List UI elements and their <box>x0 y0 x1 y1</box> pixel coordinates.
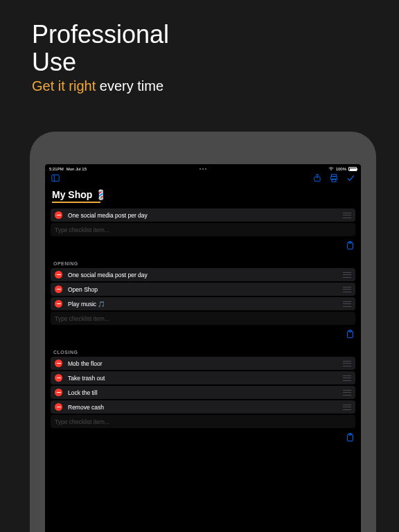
battery-icon <box>348 167 357 171</box>
promo-subtitle-accent: Get it right <box>32 78 96 94</box>
item-text: One social media post per day <box>68 212 343 219</box>
sidebar-toggle-button[interactable] <box>51 173 60 186</box>
status-time: 5:21PM <box>49 167 64 171</box>
list-title-row[interactable]: My Shop 💈 <box>45 186 361 202</box>
remove-icon[interactable] <box>55 374 62 382</box>
drag-handle-icon[interactable] <box>343 272 351 278</box>
svg-point-0 <box>330 170 331 170</box>
print-button[interactable] <box>329 173 339 186</box>
done-button[interactable] <box>346 173 355 186</box>
list-item[interactable]: Remove cash <box>51 400 355 414</box>
item-text: Remove cash <box>68 404 343 411</box>
drag-handle-icon[interactable] <box>343 405 351 410</box>
new-item-input[interactable]: Type checklist item... <box>51 415 355 428</box>
list-item[interactable]: Play music 🎵 <box>51 297 355 310</box>
unnamed-section: One social media post per day Type check… <box>51 209 355 236</box>
section-header: CLOSING <box>51 346 355 357</box>
list-item[interactable]: One social media post per day <box>51 209 355 222</box>
promo-subtitle: Get it right every time <box>32 78 399 94</box>
placeholder-text: Type checklist item... <box>55 418 351 425</box>
promo-title-line2: Use <box>32 48 399 76</box>
remove-icon[interactable] <box>55 389 62 396</box>
remove-icon[interactable] <box>55 403 62 411</box>
wifi-icon <box>328 167 334 172</box>
drag-handle-icon[interactable] <box>343 213 351 218</box>
list-item[interactable]: Lock the till <box>51 386 355 399</box>
clipboard-button[interactable] <box>346 329 354 342</box>
status-date: Mon Jul 15 <box>66 167 87 171</box>
drag-handle-icon[interactable] <box>343 301 351 307</box>
svg-rect-1 <box>52 175 60 181</box>
list-item[interactable]: Mob the floor <box>51 357 355 370</box>
item-text: Mob the floor <box>68 360 343 367</box>
remove-icon[interactable] <box>55 285 62 293</box>
app-screen: 5:21PM Mon Jul 15 100% <box>45 164 361 532</box>
promo-block: Professional Use Get it right every time <box>0 0 399 94</box>
promo-title-line1: Professional <box>32 21 399 48</box>
remove-icon[interactable] <box>55 271 62 278</box>
remove-icon[interactable] <box>55 300 62 308</box>
multitask-dots <box>200 168 206 170</box>
list-item[interactable]: Open Shop <box>51 283 355 296</box>
clipboard-button[interactable] <box>346 240 354 253</box>
title-underline <box>52 202 100 203</box>
new-item-input[interactable]: Type checklist item... <box>51 223 355 236</box>
placeholder-text: Type checklist item... <box>55 315 351 322</box>
status-bar: 5:21PM Mon Jul 15 100% <box>45 164 361 172</box>
device-frame: 5:21PM Mon Jul 15 100% <box>30 132 376 532</box>
item-text: Play music 🎵 <box>68 301 343 308</box>
item-text: Lock the till <box>68 389 343 396</box>
battery-percent: 100% <box>336 167 346 171</box>
section-opening: OPENING One social media post per day Op… <box>51 257 355 325</box>
item-text: One social media post per day <box>68 272 343 278</box>
list-item[interactable]: One social media post per day <box>51 268 355 281</box>
list-title: My Shop <box>52 189 92 200</box>
promo-subtitle-rest: every time <box>96 78 163 94</box>
svg-rect-6 <box>332 179 336 181</box>
new-item-input[interactable]: Type checklist item... <box>51 312 355 325</box>
remove-icon[interactable] <box>55 360 62 367</box>
share-button[interactable] <box>312 173 322 186</box>
placeholder-text: Type checklist item... <box>55 227 351 233</box>
item-text: Take trash out <box>68 375 343 382</box>
section-header: OPENING <box>51 257 355 268</box>
clipboard-button[interactable] <box>346 432 354 445</box>
toolbar <box>45 172 361 186</box>
drag-handle-icon[interactable] <box>343 287 351 292</box>
section-closing: CLOSING Mob the floor Take trash out Loc… <box>51 346 355 428</box>
drag-handle-icon[interactable] <box>343 375 351 381</box>
remove-icon[interactable] <box>55 211 62 219</box>
list-item[interactable]: Take trash out <box>51 371 355 384</box>
list-emoji: 💈 <box>95 189 107 200</box>
drag-handle-icon[interactable] <box>343 361 351 366</box>
drag-handle-icon[interactable] <box>343 390 351 396</box>
item-text: Open Shop <box>68 286 343 293</box>
